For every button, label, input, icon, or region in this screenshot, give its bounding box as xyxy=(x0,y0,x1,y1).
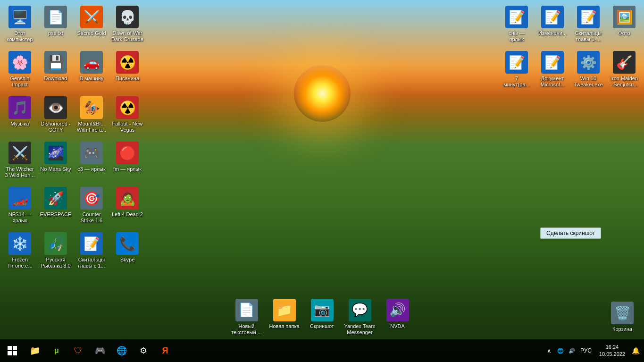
recycle-bin-container: 🗑️ Корзина xyxy=(604,298,640,336)
iron-maiden-img: 🎸 xyxy=(613,51,636,74)
desktop-icon-win10-tweaker[interactable]: ⚙️ Win 10Tweaker.exe xyxy=(570,47,606,93)
desktop-icon-genshin[interactable]: 🌸 GenshinImpact xyxy=(2,47,38,93)
desktop-icon-fallout-nv[interactable]: ☢️ Fallout - NewVegas xyxy=(109,93,145,138)
dishonored-label: Dishonored -GOTY xyxy=(41,121,71,133)
muzyka-img: 🎵 xyxy=(8,96,31,119)
desktop-icon-pisanina[interactable]: ☢️ Писанина xyxy=(109,47,145,93)
desktop-icon-foto[interactable]: 🖼️ Фото xyxy=(606,2,642,47)
desktop-icons-bottom: 📄 Новыйтекстовый ... 📁 Новая папка 📷 Скр… xyxy=(229,295,416,337)
tray-language[interactable]: РУС xyxy=(578,347,594,354)
desktop-icon-witcher3[interactable]: ⚔️ The Witcher3 Wild Hun... xyxy=(2,138,38,183)
desktop-icons-left: 🖥️ Этоткомпьютер 📄 pss.txt ⚔️ Sacred Gol… xyxy=(2,2,145,274)
counter-strike-label: CounterStrike 1.6 xyxy=(81,211,102,224)
svg-rect-3 xyxy=(13,351,17,355)
novaya-papka-label: Новая папка xyxy=(269,323,299,329)
novyi-textovyi-img: 📄 xyxy=(235,299,258,321)
desktop-icon-nfs14-yarlyk[interactable]: 🏎️ NFS14 —ярлык xyxy=(2,183,38,228)
start-button[interactable] xyxy=(2,340,23,361)
fallout-nv-img: ☢️ xyxy=(116,96,139,119)
tray-expand[interactable]: ∧ xyxy=(544,346,554,355)
tray-network[interactable]: 🌐 xyxy=(556,346,565,355)
fm-yarlyk-img: 🔴 xyxy=(116,142,139,164)
desktop-icon-skype[interactable]: 📞 Skype xyxy=(109,228,145,274)
taskbar-yandex[interactable]: Я xyxy=(155,340,176,361)
pisanina-img: ☢️ xyxy=(116,51,139,74)
desktop-icon-novyi-textovyi[interactable]: 📄 Новыйтекстовый ... xyxy=(229,295,265,337)
russkaya-rybalka-label: РусскаяРыбалка 3.0 xyxy=(41,257,70,269)
nvda-label: NVDA xyxy=(390,323,405,329)
dokument-microsoft-img: 📝 xyxy=(541,51,564,74)
desktop-icon-yandex-team[interactable]: 💬 Yandex TeamMessenger xyxy=(342,295,378,337)
desktop-icon-counter-strike[interactable]: 🎯 CounterStrike 1.6 xyxy=(74,183,109,228)
desktop-icon-frozen-throne[interactable]: ❄️ FrozenThrone.e... xyxy=(2,228,38,274)
desktop-icon-left4dead2[interactable]: 🧟 Left 4 Dead 2 xyxy=(109,183,145,228)
skitaltsy-glavy-img: 📝 xyxy=(577,6,600,28)
muzyka-label: Музыка xyxy=(11,121,29,127)
svg-rect-2 xyxy=(8,351,12,355)
desktop-icon-iron-maiden[interactable]: 🎸 Iron Maiden- Senjutsu... xyxy=(606,47,642,93)
desktop-icon-skitaltsy-glavy[interactable]: 📝 Скитальцыглавы 1-... xyxy=(570,2,606,47)
7-minut-img: 📝 xyxy=(505,51,528,74)
tray-datetime: 16:24 10.05.2022 xyxy=(595,344,629,358)
russkaya-rybalka-img: 🎣 xyxy=(44,232,67,255)
taskbar-antivirus[interactable]: 🛡 xyxy=(68,340,89,361)
desktop-icon-nvda[interactable]: 🔊 NVDA xyxy=(380,295,416,337)
skrinshot-img: 📷 xyxy=(311,299,334,321)
pisanina-label: Писанина xyxy=(116,76,139,82)
desktop-icon-izmeneni[interactable]: 📝 Изменени... xyxy=(535,2,570,47)
taskbar-chrome[interactable]: 🌐 xyxy=(111,340,132,361)
download-img: 💾 xyxy=(44,51,67,74)
desktop-icon-pss-txt[interactable]: 📄 pss.txt xyxy=(38,2,74,47)
no-mans-sky-label: No Mans Sky xyxy=(40,166,71,172)
frozen-throne-img: ❄️ xyxy=(8,232,31,255)
left4dead2-label: Left 4 Dead 2 xyxy=(112,211,143,218)
desktop-icon-skitaltsy-1[interactable]: 📝 Скитальцыглавы с 1... xyxy=(74,228,109,274)
yandex-team-img: 💬 xyxy=(349,299,371,321)
pss-txt-img: 📄 xyxy=(44,6,67,28)
tray-time: 16:24 xyxy=(599,344,625,351)
desktop-icon-muzyka[interactable]: 🎵 Музыка xyxy=(2,93,38,138)
desktop-icon-7-minut[interactable]: 📝 7минут(ра... xyxy=(499,47,535,93)
svg-rect-1 xyxy=(13,346,17,350)
sny-yarlyk-img: 📝 xyxy=(505,6,528,28)
fallout-nv-label: Fallout - NewVegas xyxy=(112,121,143,133)
desktop-icon-mount-blade[interactable]: 🏇 Mount&Bl...With Fire a... xyxy=(74,93,109,138)
desktop-icon-download[interactable]: 💾 Download xyxy=(38,47,74,93)
tray-notification[interactable]: 🔔 xyxy=(631,346,640,355)
desktop-icon-v-mashinu[interactable]: 🚗 В машину xyxy=(74,47,109,93)
desktop-icon-s3-yarlyk[interactable]: 🎮 с3 — ярлык xyxy=(74,138,109,183)
skype-img: 📞 xyxy=(116,232,139,255)
download-label: Download xyxy=(44,76,67,82)
izmeneni-label: Изменени... xyxy=(538,30,567,36)
desktop-icon-novaya-papka[interactable]: 📁 Новая папка xyxy=(267,295,302,337)
tray-date: 10.05.2022 xyxy=(599,351,625,358)
desktop-icon-dokument-microsoft[interactable]: 📝 ДокументMicrosof... xyxy=(535,47,570,93)
desktop-icon-russkaya-rybalka[interactable]: 🎣 РусскаяРыбалка 3.0 xyxy=(38,228,74,274)
skitaltsy-glavy-label: Скитальцыглавы 1-... xyxy=(575,30,602,42)
nfs14-yarlyk-label: NFS14 —ярлык xyxy=(8,211,31,224)
dokument-microsoft-label: ДокументMicrosof... xyxy=(541,76,565,88)
taskbar-pinned-apps: 📁 μ 🛡 🎮 🌐 ⚙ Я xyxy=(25,340,176,361)
etot-kompyuter-label: Этоткомпьютер xyxy=(7,30,33,42)
desktop-icon-fm-yarlyk[interactable]: 🔴 fm — ярлык xyxy=(109,138,145,183)
mount-blade-label: Mount&Bl...With Fire a... xyxy=(77,121,106,133)
sacred-gold-img: ⚔️ xyxy=(80,6,103,28)
taskbar-settings[interactable]: ⚙ xyxy=(133,340,154,361)
desktop-icon-etot-kompyuter[interactable]: 🖥️ Этоткомпьютер xyxy=(2,2,38,47)
recycle-bin-icon[interactable]: 🗑️ Корзина xyxy=(604,298,640,336)
win10-tweaker-img: ⚙️ xyxy=(577,51,600,74)
desktop-icon-sny-yarlyk[interactable]: 📝 сны —ярлык xyxy=(499,2,535,47)
desktop-icon-skrinshot[interactable]: 📷 Скриншот xyxy=(304,295,340,337)
dawn-of-war-label: Dawn of WarDark Crusade xyxy=(111,30,143,42)
skitaltsy-1-label: Скитальцыглавы с 1... xyxy=(78,257,105,269)
taskbar-utorrent[interactable]: μ xyxy=(46,340,67,361)
desktop-icon-no-mans-sky[interactable]: 🌌 No Mans Sky xyxy=(38,138,74,183)
desktop-icon-sacred-gold[interactable]: ⚔️ Sacred Gold xyxy=(74,2,109,47)
taskbar-game[interactable]: 🎮 xyxy=(90,340,110,361)
taskbar-explorer[interactable]: 📁 xyxy=(25,340,45,361)
desktop-icon-dishonored[interactable]: 👁️ Dishonored -GOTY xyxy=(38,93,74,138)
desktop-icon-everspace[interactable]: 🚀 EVERSPACE xyxy=(38,183,74,228)
foto-img: 🖼️ xyxy=(613,6,636,28)
desktop-icon-dawn-of-war[interactable]: 💀 Dawn of WarDark Crusade xyxy=(109,2,145,47)
tray-volume[interactable]: 🔊 xyxy=(567,346,577,355)
